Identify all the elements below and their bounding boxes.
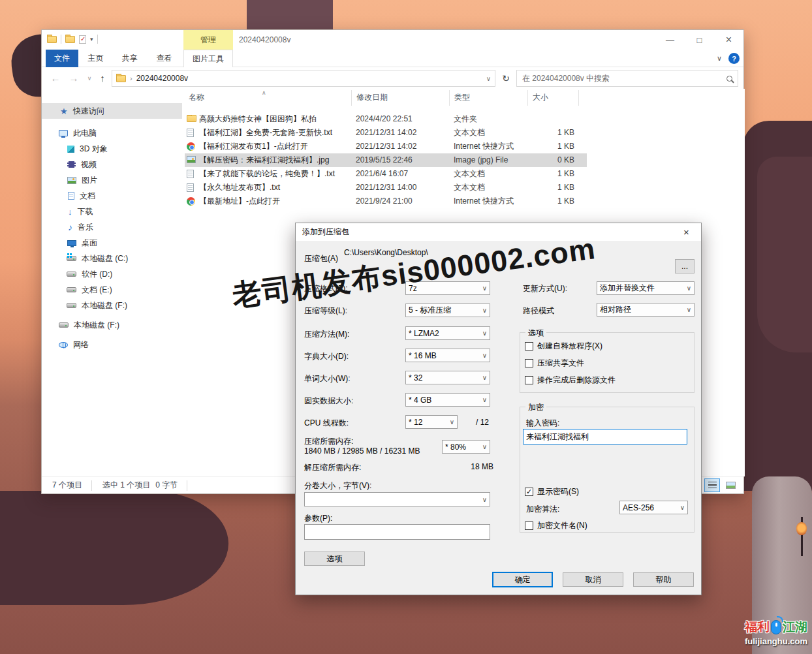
image-file-icon — [187, 156, 196, 163]
table-row[interactable]: 【最新地址】-点此打开 2021/9/24 21:00 Internet 快捷方… — [185, 195, 587, 208]
video-icon — [67, 161, 76, 168]
delete-after-checkbox[interactable]: 操作完成后删除源文件 — [525, 375, 616, 386]
path-mode-combo[interactable]: 相对路径∨ — [597, 303, 695, 317]
tab-view[interactable]: 查看 — [149, 50, 179, 67]
close-button[interactable]: × — [714, 30, 743, 50]
sidebar-item-pictures[interactable]: 图片 — [42, 172, 182, 188]
sidebar-item-disk-d[interactable]: 软件 (D:) — [42, 266, 182, 282]
column-header-date[interactable]: 修改日期 — [356, 92, 388, 107]
column-header-size[interactable]: 大小 — [533, 92, 548, 107]
cpu-threads-label: CPU 线程数: — [304, 418, 349, 429]
tab-file[interactable]: 文件 — [46, 50, 78, 67]
table-row[interactable]: 【永久地址发布页】.txt 2021/12/31 14:00 文本文档 1 KB — [185, 181, 587, 195]
dialog-close-button[interactable]: × — [672, 223, 701, 241]
checkbox-icon — [525, 376, 533, 384]
maximize-button[interactable]: □ — [685, 30, 714, 50]
text-file-icon — [187, 170, 194, 178]
sidebar-item-downloads[interactable]: ↓ 下载 — [42, 204, 182, 219]
create-sfx-checkbox[interactable]: 创建自释放程序(X) — [525, 341, 602, 352]
sidebar-item-network[interactable]: 网络 — [42, 337, 182, 352]
forward-button[interactable]: → — [67, 68, 81, 89]
address-dropdown-icon[interactable]: ∨ — [486, 75, 491, 82]
text-file-icon — [187, 183, 194, 192]
sidebar-item-disk-f[interactable]: 本地磁盘 (F:) — [42, 298, 182, 313]
recent-locations-icon[interactable]: ∨ — [82, 68, 97, 89]
checkbox-icon — [525, 359, 533, 367]
wallpaper-lantern — [796, 522, 807, 535]
ok-button[interactable]: 确定 — [492, 572, 553, 587]
qat-folder-icon-2[interactable] — [65, 36, 75, 43]
details-view-button[interactable] — [704, 478, 720, 492]
up-button[interactable]: ↑ — [95, 68, 110, 89]
minimize-button[interactable]: — — [655, 30, 685, 50]
sidebar-item-disk-e[interactable]: 文档 (E:) — [42, 282, 182, 298]
encrypt-filenames-checkbox[interactable]: 加密文件名(N) — [525, 520, 587, 531]
search-box[interactable] — [516, 70, 738, 87]
network-icon — [59, 342, 68, 348]
sidebar-item-3d-objects[interactable]: 3D 对象 — [42, 141, 182, 157]
back-button[interactable]: ← — [48, 68, 63, 89]
compress-shared-checkbox[interactable]: 压缩共享文件 — [525, 358, 584, 369]
column-header-type[interactable]: 类型 — [454, 92, 470, 107]
qat-properties-icon[interactable] — [79, 35, 86, 44]
table-row[interactable]: 【来了就能下载的论坛，纯免费！】.txt 2021/6/4 16:07 文本文档… — [185, 167, 587, 181]
refresh-button[interactable]: ↻ — [498, 70, 514, 87]
sidebar-item-documents[interactable]: 文档 — [42, 188, 182, 204]
dictionary-combo[interactable]: * 16 MB∨ — [405, 349, 490, 362]
method-combo[interactable]: * LZMA2∨ — [405, 326, 490, 340]
tab-picture-tools[interactable]: 图片工具 — [183, 50, 233, 67]
thumbnail-view-button[interactable] — [723, 478, 738, 492]
help-icon[interactable]: ? — [728, 53, 740, 64]
address-bar[interactable]: › 20240420008v ∨ — [112, 70, 495, 87]
drive-icon — [67, 287, 76, 292]
document-icon — [68, 192, 74, 200]
tab-share[interactable]: 共享 — [115, 50, 144, 67]
ribbon-contextual-tab-manage[interactable]: 管理 — [183, 30, 233, 50]
table-row[interactable]: 【福利江湖发布页1】-点此打开 2021/12/31 14:02 Interne… — [185, 140, 587, 153]
column-header-name[interactable]: 名称 ∧ — [189, 92, 349, 107]
encryption-method-combo[interactable]: AES-256∨ — [619, 501, 688, 514]
sidebar-item-this-pc[interactable]: 此电脑 — [42, 125, 182, 141]
sidebar-item-videos[interactable]: 视频 — [42, 157, 182, 172]
options-button[interactable]: 选项 — [304, 552, 365, 566]
table-row-selected[interactable]: 【解压密码：来福利江湖找福利】.jpg 2019/5/15 22:46 Imag… — [185, 153, 587, 167]
sidebar-item-desktop[interactable]: 桌面 — [42, 235, 182, 251]
solid-block-combo[interactable]: * 4 GB∨ — [405, 393, 490, 407]
volume-size-combo[interactable]: ∨ — [304, 492, 490, 506]
help-button[interactable]: 帮助 — [633, 572, 694, 587]
volume-size-label: 分卷大小，字节(V): — [304, 480, 371, 491]
qat-folder-icon[interactable] — [47, 36, 57, 43]
level-combo[interactable]: 5 - 标准压缩∨ — [405, 304, 490, 317]
checkbox-icon — [525, 342, 533, 350]
encryption-method-label: 加密算法: — [526, 504, 559, 515]
sidebar-item-disk-f-2[interactable]: 本地磁盘 (F:) — [42, 317, 182, 333]
password-input[interactable] — [523, 429, 687, 444]
search-input[interactable] — [522, 74, 726, 83]
level-label: 压缩等级(L): — [304, 305, 347, 317]
update-mode-combo[interactable]: 添加并替换文件∨ — [597, 281, 695, 295]
sidebar-item-music[interactable]: ♪ 音乐 — [42, 219, 182, 235]
parameters-input[interactable] — [304, 524, 490, 540]
table-row[interactable]: 高颜大奶推特女神【困困狗】私拍 2024/4/20 22:51 文件夹 — [185, 112, 587, 126]
memory-usage-label: 压缩所需内存: — [304, 436, 353, 447]
caption-buttons: — □ × — [655, 30, 743, 50]
sidebar-item-disk-c[interactable]: 本地磁盘 (C:) — [42, 251, 182, 266]
qat-separator — [61, 35, 61, 44]
browse-button[interactable]: ... — [675, 259, 695, 273]
tab-home[interactable]: 主页 — [81, 50, 110, 67]
ribbon-collapse-icon[interactable]: ∨ — [717, 54, 722, 63]
breadcrumb[interactable]: 20240420008v — [136, 74, 188, 83]
download-icon: ↓ — [68, 208, 72, 216]
sidebar-item-quick-access[interactable]: ★ 快速访问 — [42, 103, 182, 119]
cancel-button[interactable]: 取消 — [563, 572, 623, 587]
logo-domain: fulijianghu.com — [743, 636, 809, 646]
word-size-combo[interactable]: * 32∨ — [405, 371, 490, 384]
memory-percent-combo[interactable]: * 80%∨ — [442, 440, 490, 454]
cpu-threads-combo[interactable]: * 12∨ — [405, 415, 458, 429]
table-row[interactable]: 【福利江湖】全免费-无套路-更新快.txt 2021/12/31 14:02 文… — [185, 126, 587, 140]
selection-size: 0 字节 — [155, 480, 178, 491]
show-password-checkbox[interactable]: ✓ 显示密码(S) — [525, 486, 579, 497]
qat-customize-dropdown-icon[interactable]: ▾ — [90, 36, 93, 42]
drive-icon — [59, 322, 69, 328]
cpu-threads-max: / 12 — [476, 418, 489, 427]
